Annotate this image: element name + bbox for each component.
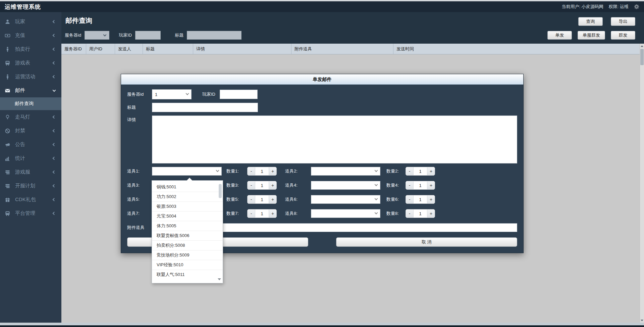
- filter-player-id-input[interactable]: [135, 31, 161, 40]
- dropdown-option[interactable]: 银票:5003: [152, 202, 223, 212]
- chevron-left-icon: [53, 143, 56, 146]
- column-header-3: 发送人: [115, 44, 143, 54]
- sidebar-item-operations-activity[interactable]: 运营活动: [0, 70, 61, 84]
- cancel-button[interactable]: 取 消: [336, 237, 517, 247]
- single-server-mass-send-button[interactable]: 单服群发: [578, 31, 605, 40]
- sidebar-item-cdk-gift[interactable]: CDK礼包: [0, 193, 61, 206]
- sidebar-item-announcements[interactable]: 公告: [0, 138, 61, 151]
- sidebar-item-label: 游戏表: [15, 60, 53, 66]
- qty-8-minus-button[interactable]: -: [406, 209, 413, 218]
- qty-3-plus-button[interactable]: +: [269, 181, 276, 189]
- qty-5-value[interactable]: 1: [255, 195, 269, 203]
- dropdown-option[interactable]: 铜钱:5001: [152, 182, 223, 192]
- mass-send-button[interactable]: 群发: [611, 31, 635, 40]
- query-button[interactable]: 查询: [578, 17, 603, 26]
- sidebar-item-recharge[interactable]: 充值: [0, 29, 61, 42]
- modal-player-id-input[interactable]: [220, 90, 258, 99]
- qty-4-label: 数量4:: [386, 182, 406, 188]
- qty-2-plus-button[interactable]: +: [427, 167, 435, 175]
- chart-icon: [5, 156, 11, 161]
- male-icon: [5, 47, 11, 52]
- qty-8-plus-button[interactable]: +: [427, 209, 435, 218]
- dropdown-option[interactable]: VIP经验:5010: [152, 260, 223, 270]
- gear-icon[interactable]: [634, 4, 639, 9]
- qty-7-minus-button[interactable]: -: [248, 209, 255, 218]
- dropdown-option[interactable]: 联盟贡献值:5006: [152, 231, 223, 241]
- sidebar-item-statistics[interactable]: 统计: [0, 151, 61, 165]
- sidebar-item-label: 运营活动: [15, 74, 53, 80]
- sidebar-item-platform-management[interactable]: 平台管理: [0, 206, 61, 220]
- qty-4-minus-button[interactable]: -: [406, 181, 413, 189]
- qty-7-plus-button[interactable]: +: [269, 209, 276, 218]
- qty-6-plus-button[interactable]: +: [427, 195, 435, 203]
- dropdown-option[interactable]: 元宝:5004: [152, 212, 223, 221]
- export-button[interactable]: 导出: [611, 17, 635, 26]
- chevron-left-icon: [53, 157, 56, 160]
- item-7-label: 道具7:: [127, 211, 152, 217]
- dropdown-option[interactable]: 联盟人气:5011: [152, 270, 223, 280]
- qty-5-plus-button[interactable]: +: [269, 195, 276, 203]
- chevron-left-icon: [53, 115, 56, 119]
- dropdown-scroll-down-icon[interactable]: [218, 278, 221, 280]
- modal-detail-label: 详情: [127, 117, 152, 123]
- sidebar-item-mail[interactable]: 邮件: [0, 84, 61, 97]
- qty-2-value[interactable]: 1: [413, 167, 427, 175]
- sidebar-item-players[interactable]: 玩家: [0, 15, 61, 29]
- item-8-select[interactable]: [311, 209, 380, 218]
- filter-title-input[interactable]: [187, 31, 241, 40]
- horizontal-scrollbar[interactable]: [0, 323, 644, 325]
- chevron-down-icon: [53, 88, 56, 92]
- qty-2-stepper: -1+: [406, 167, 435, 176]
- chevron-down-icon: [186, 92, 189, 95]
- vertical-scrollbar-thumb[interactable]: [640, 49, 644, 65]
- item-1-select[interactable]: [152, 167, 222, 176]
- modal-player-id-label: 玩家ID: [202, 91, 220, 97]
- column-header-4: 标题: [143, 44, 193, 54]
- dropdown-option[interactable]: 功力:5002: [152, 192, 223, 202]
- item-2-select[interactable]: [311, 167, 380, 176]
- qty-6-minus-button[interactable]: -: [406, 195, 413, 203]
- qty-5-minus-button[interactable]: -: [248, 195, 255, 203]
- dropdown-option[interactable]: 体力:5005: [152, 221, 223, 231]
- qty-8-value[interactable]: 1: [413, 209, 427, 218]
- chevron-down-icon: [375, 169, 378, 172]
- sidebar-item-server-open-plan[interactable]: 开服计划: [0, 179, 61, 193]
- scroll-down-icon[interactable]: [640, 318, 644, 323]
- qty-7-value[interactable]: 1: [255, 209, 269, 218]
- item-4-select[interactable]: [311, 181, 380, 190]
- sidebar-subitem-mail-query[interactable]: 邮件查询: [0, 97, 61, 110]
- modal-subject-input[interactable]: [152, 103, 258, 112]
- item-6-select[interactable]: [311, 195, 380, 204]
- qty-4-value[interactable]: 1: [413, 181, 427, 189]
- sidebar-item-game-tables[interactable]: 游戏表: [0, 56, 61, 70]
- app-title: 运维管理系统: [5, 3, 41, 11]
- qty-2-minus-button[interactable]: -: [406, 167, 413, 175]
- topbar-right: 当前用户: 小皮源码网 权限: 运维: [562, 4, 639, 10]
- qty-1-minus-button[interactable]: -: [248, 167, 255, 175]
- filter-server-id-select[interactable]: [85, 31, 109, 40]
- qty-6-value[interactable]: 1: [413, 195, 427, 203]
- current-user-label: 当前用户: 小皮源码网: [562, 4, 603, 10]
- scroll-up-icon[interactable]: [640, 44, 644, 48]
- dropdown-option[interactable]: 竞技场积分:5009: [152, 250, 223, 260]
- qty-5-stepper: -1+: [247, 195, 277, 204]
- qty-1-value[interactable]: 1: [255, 167, 269, 175]
- sidebar-item-auction-house[interactable]: 拍卖行: [0, 42, 61, 56]
- chevron-down-icon: [375, 197, 378, 200]
- sidebar-item-ban[interactable]: 封禁: [0, 124, 61, 138]
- sidebar-item-marquee[interactable]: 走马灯: [0, 110, 61, 124]
- qty-1-plus-button[interactable]: +: [269, 167, 276, 175]
- modal-detail-textarea[interactable]: [152, 115, 517, 164]
- qty-3-minus-button[interactable]: -: [248, 181, 255, 189]
- dropdown-scrollbar-thumb[interactable]: [219, 184, 222, 198]
- item-1-dropdown: 铜钱:5001功力:5002银票:5003元宝:5004体力:5005联盟贡献值…: [152, 180, 223, 283]
- qty-3-label: 数量3:: [226, 182, 247, 188]
- qty-3-value[interactable]: 1: [255, 181, 269, 189]
- sidebar-item-game-servers[interactable]: 游戏服: [0, 165, 61, 179]
- qty-4-plus-button[interactable]: +: [427, 181, 435, 189]
- dropdown-option[interactable]: 拍卖积分:5008: [152, 241, 223, 250]
- single-send-button[interactable]: 单发: [547, 31, 572, 40]
- qty-1-stepper: -1+: [247, 167, 277, 176]
- modal-server-id-select[interactable]: 1: [152, 89, 192, 99]
- vertical-scrollbar[interactable]: [640, 44, 644, 323]
